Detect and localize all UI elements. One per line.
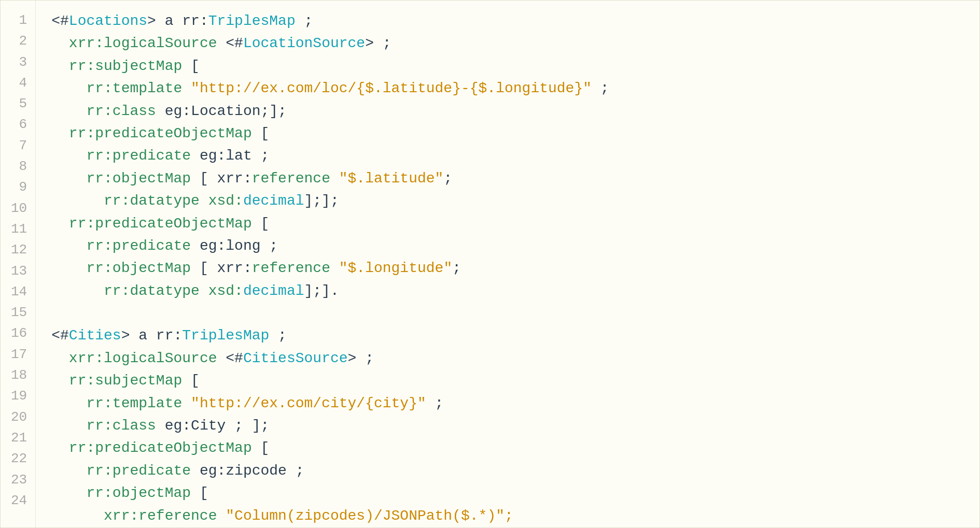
line-number-24: 24 — [11, 490, 27, 511]
line-number-13: 13 — [11, 261, 27, 281]
line-number-6: 6 — [11, 114, 27, 135]
line-number-17: 17 — [11, 344, 27, 365]
line-number-23: 23 — [11, 469, 27, 490]
code-line-23: xrr:reference "Column(zipcodes)/JSONPath… — [51, 505, 964, 527]
line-number-20: 20 — [11, 407, 27, 427]
line-number-22: 22 — [11, 448, 27, 469]
code-line-7: rr:predicate eg:lat ; — [51, 145, 964, 167]
line-number-15: 15 — [11, 302, 27, 323]
line-number-7: 7 — [11, 135, 27, 156]
code-line-5: rr:class eg:Location;]; — [51, 100, 964, 122]
code-line-12: rr:objectMap [ xrr:reference "$.longitud… — [51, 257, 964, 279]
line-number-19: 19 — [11, 386, 27, 406]
code-line-20: rr:predicateObjectMap [ — [51, 437, 964, 459]
code-line-17: rr:subjectMap [ — [51, 369, 964, 392]
code-line-8: rr:objectMap [ xrr:reference "$.latitude… — [51, 167, 964, 190]
code-line-10: rr:predicateObjectMap [ — [51, 212, 964, 235]
line-number-9: 9 — [11, 177, 27, 197]
line-number-10: 10 — [11, 198, 27, 219]
code-line-22: rr:objectMap [ — [51, 482, 964, 504]
code-line-13: rr:datatype xsd:decimal];]. — [51, 280, 964, 302]
line-number-1: 1 — [11, 10, 27, 31]
code-line-15: <#Cities> a rr:TriplesMap ; — [51, 324, 964, 347]
line-number-21: 21 — [11, 427, 27, 448]
code-line-18: rr:template "http://ex.com/city/{city}" … — [51, 392, 964, 415]
code-line-14 — [51, 302, 964, 324]
line-number-4: 4 — [11, 73, 27, 93]
line-number-18: 18 — [11, 365, 27, 386]
line-number-3: 3 — [11, 52, 27, 73]
line-number-11: 11 — [11, 219, 27, 239]
line-number-5: 5 — [11, 93, 27, 114]
line-number-2: 2 — [11, 31, 27, 51]
code-line-19: rr:class eg:City ; ]; — [51, 415, 964, 437]
line-number-8: 8 — [11, 156, 27, 177]
code-line-11: rr:predicate eg:long ; — [51, 235, 964, 257]
code-line-6: rr:predicateObjectMap [ — [51, 122, 964, 145]
line-number-12: 12 — [11, 239, 27, 260]
code-line-3: rr:subjectMap [ — [51, 55, 964, 77]
code-line-16: xrr:logicalSource <#CitiesSource> ; — [51, 347, 964, 369]
code-line-2: xrr:logicalSource <#LocationSource> ; — [51, 32, 964, 54]
code-line-9: rr:datatype xsd:decimal];]; — [51, 190, 964, 212]
line-number-14: 14 — [11, 281, 27, 302]
code-line-21: rr:predicate eg:zipcode ; — [51, 460, 964, 482]
line-number-gutter: 123456789101112131415161718192021222324 — [1, 1, 36, 527]
code-editor: 123456789101112131415161718192021222324 … — [0, 0, 980, 528]
code-line-4: rr:template "http://ex.com/loc/{$.latitu… — [51, 77, 964, 99]
code-line-1: <#Locations> a rr:TriplesMap ; — [51, 10, 964, 32]
code-area: <#Locations> a rr:TriplesMap ; xrr:logic… — [36, 1, 979, 527]
line-number-16: 16 — [11, 323, 27, 344]
code-line-24: rr:datatype xsd:integer] ;]. — [51, 527, 964, 527]
